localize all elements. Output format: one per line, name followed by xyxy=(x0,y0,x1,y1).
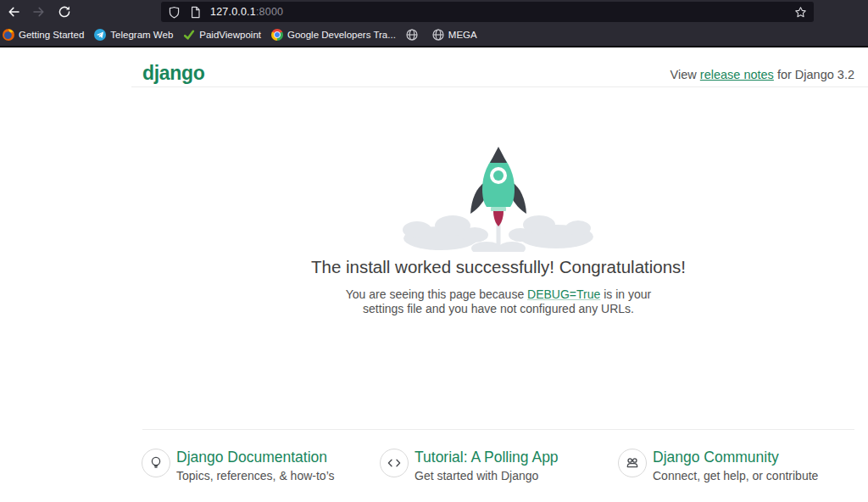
page-title: The install worked successfully! Congrat… xyxy=(142,257,854,277)
checkmark-icon xyxy=(183,29,195,41)
url-text[interactable]: 127.0.0.1:8000 xyxy=(210,6,283,18)
bookmark-telegram-web[interactable]: Telegram Web xyxy=(94,29,173,41)
footer-title: Django Documentation xyxy=(176,449,335,466)
release-prefix: View xyxy=(670,68,700,81)
globe-icon xyxy=(432,29,444,41)
release-notes-line: View release notes for Django 3.2 xyxy=(670,68,854,81)
telegram-icon xyxy=(94,29,106,41)
bookmark-star-icon[interactable] xyxy=(794,6,807,19)
bookmark-unnamed[interactable] xyxy=(406,29,422,41)
lightbulb-icon xyxy=(142,449,170,477)
release-notes-link[interactable]: release notes xyxy=(700,68,774,81)
django-welcome-page: django View release notes for Django 3.2 xyxy=(0,47,868,502)
footer-subtitle: Topics, references, & how-to’s xyxy=(176,468,335,483)
rocket-illustration xyxy=(397,143,600,252)
bookmark-google-developers[interactable]: Google Developers Tra... xyxy=(271,29,396,41)
firefox-window: 127.0.0.1:8000 Getting Started Telegram … xyxy=(0,0,868,502)
bookmark-mega[interactable]: MEGA xyxy=(432,29,477,41)
bookmark-getting-started[interactable]: Getting Started xyxy=(3,29,84,41)
page-icon[interactable] xyxy=(189,6,202,19)
bookmark-label: MEGA xyxy=(448,30,477,40)
back-icon[interactable] xyxy=(7,5,20,19)
footer-item-community[interactable]: Django Community Connect, get help, or c… xyxy=(618,449,856,483)
bookmark-label: Google Developers Tra... xyxy=(287,30,396,40)
django-logo[interactable]: django xyxy=(142,62,205,85)
footer-title: Tutorial: A Polling App xyxy=(415,449,559,466)
firefox-icon xyxy=(3,29,14,41)
footer-divider xyxy=(142,429,854,430)
forward-icon[interactable] xyxy=(32,5,46,19)
footer-subtitle: Get started with Django xyxy=(415,468,559,483)
bookmark-label: Telegram Web xyxy=(110,30,173,40)
url-port: :8000 xyxy=(256,6,283,18)
url-bar[interactable]: 127.0.0.1:8000 xyxy=(161,2,814,22)
release-suffix: for Django 3.2 xyxy=(774,68,854,81)
shield-icon[interactable] xyxy=(168,6,181,19)
body-before: You are seeing this page because xyxy=(346,287,527,301)
people-icon xyxy=(618,449,647,477)
bookmark-label: Getting Started xyxy=(19,30,84,40)
reload-icon[interactable] xyxy=(58,5,71,19)
footer-item-documentation[interactable]: Django Documentation Topics, references,… xyxy=(142,449,380,483)
debug-true-link[interactable]: DEBUG=True xyxy=(527,287,600,301)
bookmark-paidviewpoint[interactable]: PaidViewpoint xyxy=(183,29,261,41)
footer-item-tutorial[interactable]: Tutorial: A Polling App Get started with… xyxy=(380,449,618,483)
nav-toolbar: 127.0.0.1:8000 xyxy=(0,0,868,24)
footer-title: Django Community xyxy=(653,449,818,466)
footer-subtitle: Connect, get help, or contribute xyxy=(653,468,818,483)
code-icon xyxy=(380,449,409,477)
header-divider xyxy=(131,86,868,87)
footer-links: Django Documentation Topics, references,… xyxy=(142,449,856,483)
bookmark-label: PaidViewpoint xyxy=(199,30,261,40)
url-host: 127.0.0.1 xyxy=(210,6,256,18)
bookmarks-bar: Getting Started Telegram Web PaidViewpoi… xyxy=(0,24,868,47)
debug-explanation: You are seeing this page because DEBUG=T… xyxy=(142,287,854,316)
chrome-icon xyxy=(271,29,283,41)
globe-icon xyxy=(406,29,418,41)
